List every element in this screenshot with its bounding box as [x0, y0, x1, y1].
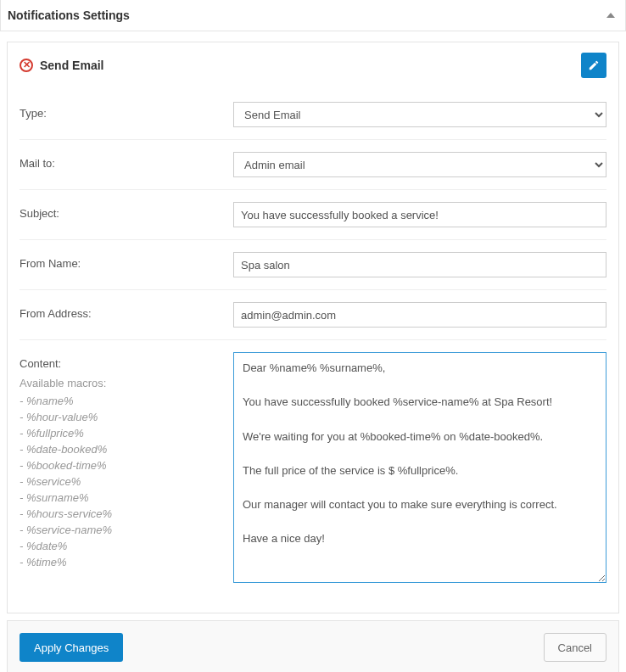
fromaddr-label: From Address:	[20, 302, 233, 320]
row-fromaddr: From Address:	[20, 290, 606, 340]
edit-button[interactable]	[581, 53, 606, 78]
macros-title: Available macros:	[20, 377, 233, 389]
mailto-label: Mail to:	[20, 152, 233, 170]
pencil-icon	[588, 59, 600, 71]
delete-icon[interactable]	[20, 59, 33, 72]
apply-button[interactable]: Apply Changes	[20, 633, 123, 662]
subject-label: Subject:	[20, 202, 233, 220]
cancel-button[interactable]: Cancel	[544, 633, 606, 662]
macro-item: %time%	[20, 554, 233, 570]
row-type: Type: Send Email	[20, 90, 606, 140]
macro-item: %name%	[20, 393, 233, 409]
macro-item: %hours-service%	[20, 506, 233, 522]
type-label: Type:	[20, 102, 233, 120]
actions-bar: Apply Changes Cancel	[7, 620, 619, 672]
content-label: Content:	[20, 357, 233, 370]
content-label-col: Content: Available macros: %name%%hour-v…	[20, 352, 233, 570]
collapse-icon[interactable]	[606, 13, 615, 18]
panel-header[interactable]: Notifications Settings	[0, 0, 626, 31]
macros-list: %name%%hour-value%%fullprice%%date-booke…	[20, 393, 233, 570]
panel-title: Notifications Settings	[8, 8, 130, 22]
macro-item: %service%	[20, 473, 233, 490]
row-fromname: From Name:	[20, 240, 606, 290]
form-body: Type: Send Email Mail to: Admin email Su…	[8, 87, 618, 613]
notification-card: Send Email Type: Send Email Mail to: Adm…	[7, 42, 619, 613]
fromname-input[interactable]	[233, 252, 606, 277]
card-header: Send Email	[8, 42, 618, 87]
macro-item: %fullprice%	[20, 425, 233, 441]
macro-item: %booked-time%	[20, 457, 233, 473]
macro-item: %date-booked%	[20, 441, 233, 457]
row-content: Content: Available macros: %name%%hour-v…	[20, 340, 606, 597]
macro-item: %date%	[20, 538, 233, 554]
fromname-label: From Name:	[20, 252, 233, 270]
macro-item: %hour-value%	[20, 409, 233, 425]
type-select[interactable]: Send Email	[233, 102, 606, 127]
mailto-select[interactable]: Admin email	[233, 152, 606, 177]
fromaddr-input[interactable]	[233, 302, 606, 328]
macro-item: %service-name%	[20, 522, 233, 538]
card-title: Send Email	[40, 59, 103, 72]
subject-input[interactable]	[233, 202, 606, 227]
content-textarea[interactable]	[233, 352, 606, 583]
row-subject: Subject:	[20, 190, 606, 240]
macro-item: %surname%	[20, 490, 233, 506]
row-mailto: Mail to: Admin email	[20, 140, 606, 190]
